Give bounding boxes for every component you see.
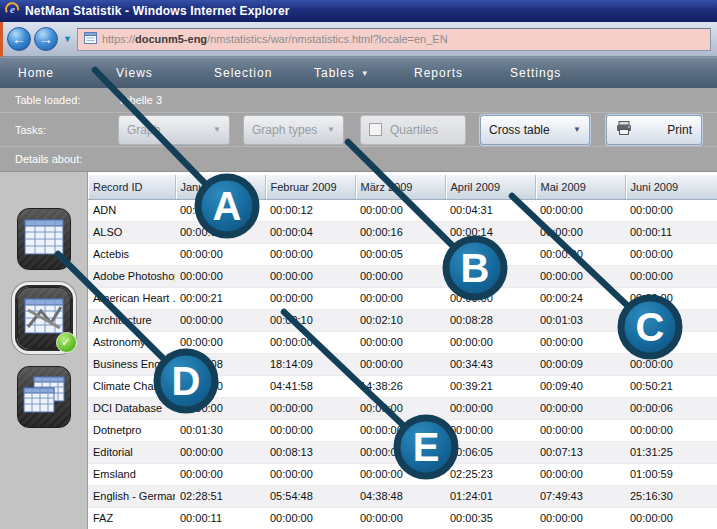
value-cell: 00:00:00 xyxy=(445,397,535,419)
print-button[interactable]: Print xyxy=(606,115,702,145)
address-bar: ← → ▼ https://docunm5-eng/nmstatistics/w… xyxy=(0,22,717,57)
menu-item-reports[interactable]: Reports xyxy=(404,58,494,88)
quartiles-checkbox[interactable] xyxy=(369,123,382,136)
value-cell: 00:00:08 xyxy=(175,353,265,375)
value-cell: 00:00:00 xyxy=(265,265,355,287)
value-cell: 00:00:00 xyxy=(265,419,355,441)
column-header[interactable]: März 2009 xyxy=(355,175,445,199)
graph-types-dropdown[interactable]: Graph types ▼ xyxy=(243,115,344,145)
table-row[interactable]: ADN00:00:0000:00:1200:00:0000:04:3100:00… xyxy=(88,199,717,221)
graph-types-dropdown-label: Graph types xyxy=(252,123,317,137)
column-header[interactable]: Mai 2009 xyxy=(535,175,625,199)
value-cell: 00:00:05 xyxy=(355,243,445,265)
view-button-table[interactable] xyxy=(17,208,71,270)
table-row[interactable]: DCI Database00:00:0000:00:0000:00:0000:0… xyxy=(88,397,717,419)
value-cell: 00:00:00 xyxy=(175,221,265,243)
column-header[interactable]: April 2009 xyxy=(445,175,535,199)
print-label: Print xyxy=(667,123,692,137)
value-cell: 00:00:00 xyxy=(355,331,445,353)
value-cell: 00:06:05 xyxy=(445,441,535,463)
value-cell: 00:00:00 xyxy=(355,353,445,375)
column-header[interactable]: Januar 2009 xyxy=(175,175,265,199)
column-header[interactable]: Juni 2009 xyxy=(625,175,717,199)
menu-label: Settings xyxy=(510,66,561,80)
value-cell: 00:00:00 xyxy=(625,199,717,221)
value-cell: 00:00:35 xyxy=(445,507,535,529)
menu-label: Tables xyxy=(314,66,355,80)
value-cell: 00:00:16 xyxy=(355,221,445,243)
table-row[interactable]: Climate Change00:00:0004:41:5814:38:2600… xyxy=(88,375,717,397)
record-id-cell: Emsland xyxy=(88,463,175,485)
table-row[interactable]: Architecture00:00:0000:00:1000:02:1000:0… xyxy=(88,309,717,331)
cross-table-dropdown-label: Cross table xyxy=(489,123,550,137)
quartiles-label: Quartiles xyxy=(390,123,438,137)
url-field[interactable]: https://docunm5-eng/nmstatistics/war/nms… xyxy=(77,28,711,51)
forward-button[interactable]: → xyxy=(34,27,58,51)
value-cell: 00:00:04 xyxy=(265,221,355,243)
column-header[interactable]: Februar 2009 xyxy=(265,175,355,199)
window-title: NetMan Statistik - Windows Internet Expl… xyxy=(25,4,290,18)
value-cell: 00:00:00 xyxy=(355,287,445,309)
table-row[interactable]: Actebis00:00:0000:00:0000:00:0500:00:000… xyxy=(88,243,717,265)
value-cell: 00:00:00 xyxy=(625,507,717,529)
table-row[interactable]: Business English00:00:0818:14:0900:00:00… xyxy=(88,353,717,375)
table-row[interactable]: Astronomy00:00:0000:00:0000:00:0000:00:0… xyxy=(88,331,717,353)
value-cell: 00:00:00 xyxy=(445,243,535,265)
value-cell: 00:00:00 xyxy=(535,397,625,419)
url-path: /nmstatistics/war/nmstatistics.html?loca… xyxy=(207,33,448,45)
menu-item-selection[interactable]: Selection xyxy=(204,58,296,88)
record-id-cell: ALSO xyxy=(88,221,175,243)
table-row[interactable]: English - German02:28:5105:54:4804:38:48… xyxy=(88,485,717,507)
details-bar: Details about: xyxy=(0,147,717,172)
value-cell: 00:00:00 xyxy=(175,375,265,397)
title-bar: e NetMan Statistik - Windows Internet Ex… xyxy=(0,0,717,22)
menu-item-tables[interactable]: Tables▼ xyxy=(304,58,394,88)
value-cell: 00:00:06 xyxy=(625,397,717,419)
record-id-cell: Astronomy xyxy=(88,331,175,353)
value-cell: 00:00:00 xyxy=(625,331,717,353)
value-cell: 00:00:00 xyxy=(535,265,625,287)
quartiles-control[interactable]: Quartiles xyxy=(360,115,466,145)
view-button-cascade-tables[interactable] xyxy=(17,366,71,428)
value-cell: 00:00:00 xyxy=(625,287,717,309)
column-header[interactable]: Record ID xyxy=(88,175,175,199)
value-cell: 00:00:00 xyxy=(625,353,717,375)
cross-table-dropdown[interactable]: Cross table ▼ xyxy=(480,115,590,145)
menu-item-settings[interactable]: Settings xyxy=(500,58,571,88)
url-host: docunm5-eng xyxy=(135,33,207,45)
table-row[interactable]: FAZ00:00:1100:00:0000:00:0000:00:3500:00… xyxy=(88,507,717,529)
menu-item-views[interactable]: Views xyxy=(106,58,196,88)
tasks-label: Tasks: xyxy=(0,124,118,136)
value-cell: 00:00:00 xyxy=(535,463,625,485)
selected-check-icon: ✓ xyxy=(56,332,77,353)
graph-dropdown-label: Graph xyxy=(127,123,160,137)
menu-item-home[interactable]: Home xyxy=(8,58,98,88)
value-cell: 00:00:00 xyxy=(625,243,717,265)
table-row[interactable]: Dotnetpro00:01:3000:00:0000:00:0000:00:0… xyxy=(88,419,717,441)
table-row[interactable]: American Heart ...00:00:2100:00:0000:00:… xyxy=(88,287,717,309)
value-cell: 00:00:00 xyxy=(625,309,717,331)
back-button[interactable]: ← xyxy=(7,27,31,51)
table-row[interactable]: Adobe Photoshop00:00:0000:00:0000:00:000… xyxy=(88,265,717,287)
value-cell: 05:54:48 xyxy=(265,485,355,507)
value-cell: 00:00:00 xyxy=(175,331,265,353)
value-cell: 00:00:00 xyxy=(175,463,265,485)
table-row[interactable]: Emsland00:00:0000:00:0000:00:0002:25:230… xyxy=(88,463,717,485)
value-cell: 00:04:31 xyxy=(445,199,535,221)
table-row[interactable]: ALSO00:00:0000:00:0400:00:1600:00:1400:0… xyxy=(88,221,717,243)
value-cell: 04:38:48 xyxy=(355,485,445,507)
value-cell: 00:00:00 xyxy=(265,463,355,485)
record-id-cell: Architecture xyxy=(88,309,175,331)
value-cell: 00:00:00 xyxy=(175,397,265,419)
value-cell: 14:38:26 xyxy=(355,375,445,397)
value-cell: 00:00:24 xyxy=(535,287,625,309)
table-row[interactable]: Editorial00:00:0000:08:1300:00:0000:06:0… xyxy=(88,441,717,463)
value-cell: 00:00:12 xyxy=(265,199,355,221)
value-cell: 00:39:21 xyxy=(445,375,535,397)
value-cell: 00:00:00 xyxy=(265,507,355,529)
graph-dropdown[interactable]: Graph ▼ xyxy=(118,115,230,145)
view-button-graph-table[interactable]: ✓ xyxy=(17,287,71,349)
value-cell: 00:00:11 xyxy=(175,507,265,529)
recent-pages-dropdown-icon[interactable]: ▼ xyxy=(63,34,72,44)
record-id-cell: Climate Change xyxy=(88,375,175,397)
